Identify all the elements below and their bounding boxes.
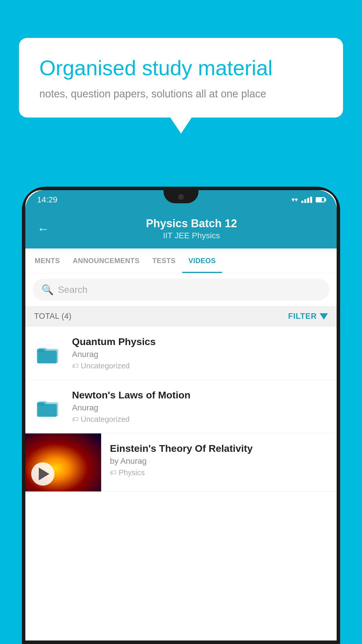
play-button[interactable] xyxy=(31,462,55,486)
item-author: Anurag xyxy=(72,350,328,359)
content-area: Quantum Physics Anurag 🏷 Uncategorized xyxy=(25,327,337,640)
filter-icon xyxy=(320,313,328,320)
tab-videos[interactable]: VIDEOS xyxy=(182,249,222,273)
folder-icon-wrap xyxy=(34,396,63,418)
item-tag: 🏷 Physics xyxy=(110,468,328,477)
folder-icon xyxy=(37,396,60,418)
speech-bubble: Organised study material notes, question… xyxy=(19,38,343,118)
item-author: by Anurag xyxy=(110,456,328,466)
svg-rect-3 xyxy=(37,349,44,352)
signal-icon xyxy=(301,197,312,203)
phone-screen: 14:29 ▾▾ xyxy=(25,190,337,640)
phone-mockup: 14:29 ▾▾ xyxy=(22,187,340,644)
speech-bubble-container: Organised study material notes, question… xyxy=(19,38,343,118)
item-info: Einstein's Theory Of Relativity by Anura… xyxy=(101,433,337,491)
tag-icon: 🏷 xyxy=(72,416,78,423)
search-input[interactable]: Search xyxy=(58,284,87,295)
tag-label: Uncategorized xyxy=(81,361,130,370)
filter-bar: TOTAL (4) FILTER xyxy=(25,306,337,327)
item-tag: 🏷 Uncategorized xyxy=(72,415,328,424)
item-info: Quantum Physics Anurag 🏷 Uncategorized xyxy=(72,336,328,370)
tag-label: Uncategorized xyxy=(81,415,130,424)
tab-announcements[interactable]: ANNOUNCEMENTS xyxy=(66,249,146,273)
filter-label: FILTER xyxy=(288,312,317,321)
status-bar: 14:29 ▾▾ xyxy=(25,190,337,209)
item-author: Anurag xyxy=(72,403,328,412)
header-title: Physics Batch 12 xyxy=(58,217,325,230)
header-subtitle: IIT JEE Physics xyxy=(58,231,325,240)
item-title: Newton's Laws of Motion xyxy=(72,389,328,401)
bubble-subtitle: notes, question papers, solutions all at… xyxy=(39,88,323,100)
item-title: Einstein's Theory Of Relativity xyxy=(110,443,328,454)
status-icons: ▾▾ xyxy=(291,196,325,204)
header-title-group: Physics Batch 12 IIT JEE Physics xyxy=(58,217,325,240)
item-info: Newton's Laws of Motion Anurag 🏷 Uncateg… xyxy=(72,389,328,424)
tag-icon: 🏷 xyxy=(110,469,116,477)
video-thumbnail xyxy=(25,433,101,491)
search-icon: 🔍 xyxy=(41,284,54,295)
wifi-icon: ▾▾ xyxy=(291,196,298,204)
tab-ments[interactable]: MENTS xyxy=(28,249,66,273)
battery-icon xyxy=(316,197,325,202)
item-tag: 🏷 Uncategorized xyxy=(72,361,328,370)
list-item[interactable]: Quantum Physics Anurag 🏷 Uncategorized xyxy=(25,327,337,380)
tag-icon: 🏷 xyxy=(72,362,78,370)
svg-rect-6 xyxy=(37,404,57,417)
tab-tests[interactable]: TESTS xyxy=(146,249,182,273)
tabs-bar: MENTS ANNOUNCEMENTS TESTS VIDEOS xyxy=(25,249,337,273)
svg-rect-2 xyxy=(37,351,57,363)
folder-icon xyxy=(37,342,60,364)
app-header: ← Physics Batch 12 IIT JEE Physics xyxy=(25,209,337,249)
search-input-wrapper[interactable]: 🔍 Search xyxy=(33,279,329,301)
list-item[interactable]: Newton's Laws of Motion Anurag 🏷 Uncateg… xyxy=(25,380,337,433)
tag-label: Physics xyxy=(119,468,145,477)
camera-dot xyxy=(178,194,184,200)
play-icon xyxy=(39,468,49,480)
list-item[interactable]: Einstein's Theory Of Relativity by Anura… xyxy=(25,433,337,492)
svg-rect-7 xyxy=(37,402,44,406)
search-container: 🔍 Search xyxy=(25,273,337,306)
filter-button[interactable]: FILTER xyxy=(288,312,328,321)
back-button[interactable]: ← xyxy=(37,222,49,236)
total-count: TOTAL (4) xyxy=(34,312,72,321)
phone-body: 14:29 ▾▾ xyxy=(22,187,340,644)
item-title: Quantum Physics xyxy=(72,336,328,347)
phone-notch xyxy=(164,190,198,203)
folder-icon-wrap xyxy=(34,342,63,364)
status-time: 14:29 xyxy=(37,195,57,204)
bubble-title: Organised study material xyxy=(39,55,323,80)
